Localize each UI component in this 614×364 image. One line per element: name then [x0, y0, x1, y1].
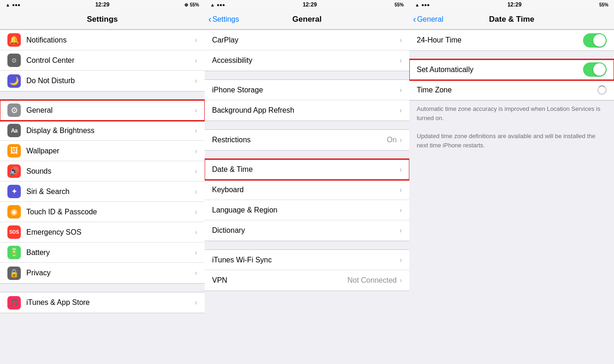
itunes-wifi-label: iTunes Wi-Fi Sync — [212, 256, 400, 264]
row-general[interactable]: ⚙ General › — [0, 100, 205, 121]
notifications-icon: 🔔 — [7, 33, 21, 47]
back-to-settings[interactable]: ‹ Settings — [208, 14, 239, 24]
chevron-restrictions: › — [400, 136, 402, 144]
status-right-2: 55% — [395, 2, 404, 7]
row-itunes[interactable]: 🎵 iTunes & App Store › — [0, 292, 205, 313]
section-24hour: 24-Hour Time — [409, 30, 614, 51]
row-bg-refresh[interactable]: Background App Refresh › — [205, 100, 409, 121]
section-storage: iPhone Storage › Background App Refresh … — [205, 79, 409, 121]
itunes-label: iTunes & App Store — [26, 298, 195, 307]
row-language[interactable]: Language & Region › — [205, 200, 409, 220]
chevron-siri: › — [195, 188, 197, 196]
general-panel: ▲ ●●● 12:29 55% ‹ Settings General CarPl… — [205, 0, 409, 364]
back-to-general[interactable]: ‹ General — [413, 14, 444, 24]
vpn-value: Not Connected — [347, 276, 397, 285]
settings-list-1: 🔔 Notifications › ⊙ Control Center › 🌙 D… — [0, 30, 205, 364]
row-notifications[interactable]: 🔔 Notifications › — [0, 30, 205, 50]
row-sos[interactable]: SOS Emergency SOS › — [0, 222, 205, 243]
datetime-panel: ▲ ●●● 12:29 55% ‹ General Date & Time 24… — [409, 0, 614, 364]
sounds-icon: 🔊 — [7, 164, 21, 178]
sounds-label: Sounds — [26, 167, 195, 176]
signal-icon-3: ●●● — [421, 2, 430, 7]
section-general-group: ⚙ General › Aa Display & Brightness › 🖼 … — [0, 100, 205, 284]
section-datetime-group: Date & Time › Keyboard › Language & Regi… — [205, 159, 409, 241]
dictionary-label: Dictionary — [212, 226, 400, 235]
carplay-label: CarPlay — [212, 36, 400, 44]
section-itunes: 🎵 iTunes & App Store › — [0, 292, 205, 313]
status-left-1: ▲ ●●● — [6, 2, 20, 7]
chevron-touchid: › — [195, 208, 197, 216]
row-datetime[interactable]: Date & Time › — [205, 159, 409, 180]
siri-icon: ✦ — [7, 185, 21, 198]
toggle-24hour[interactable] — [583, 33, 607, 48]
chevron-carplay: › — [400, 36, 402, 44]
row-keyboard[interactable]: Keyboard › — [205, 180, 409, 200]
row-set-automatically[interactable]: Set Automatically — [409, 60, 614, 80]
battery-label: Battery — [26, 249, 195, 257]
section-restrictions: Restrictions On › — [205, 129, 409, 151]
row-itunes-wifi[interactable]: iTunes Wi-Fi Sync › — [205, 250, 409, 270]
general-list: CarPlay › Accessibility › iPhone Storage… — [205, 30, 409, 364]
location-icon: ⊕ — [184, 2, 188, 7]
bg-refresh-label: Background App Refresh — [212, 106, 400, 115]
row-dictionary[interactable]: Dictionary › — [205, 220, 409, 241]
row-vpn[interactable]: VPN Not Connected › — [205, 270, 409, 291]
row-battery[interactable]: 🔋 Battery › — [0, 243, 205, 263]
privacy-icon: 🔒 — [7, 267, 21, 280]
status-right-3: 55% — [599, 2, 608, 7]
nav-title-3: Date & Time — [489, 15, 535, 24]
chevron-cc: › — [195, 56, 197, 65]
row-accessibility[interactable]: Accessibility › — [205, 50, 409, 71]
section-set-auto: Set Automatically Time Zone — [409, 59, 614, 101]
signal-icon: ●●● — [12, 2, 20, 7]
chevron-dictionary: › — [400, 226, 402, 235]
general-label: General — [26, 106, 195, 115]
accessibility-label: Accessibility — [212, 56, 400, 65]
sos-icon: SOS — [7, 225, 21, 239]
row-iphone-storage[interactable]: iPhone Storage › — [205, 80, 409, 100]
battery-1: 55% — [190, 2, 199, 7]
row-siri[interactable]: ✦ Siri & Search › — [0, 182, 205, 202]
dnd-label: Do Not Disturb — [26, 77, 195, 85]
wifi-icon: ▲ — [6, 2, 10, 7]
iphone-storage-label: iPhone Storage — [212, 86, 400, 94]
battery-pct-2: 55% — [395, 2, 404, 7]
touchid-label: Touch ID & Passcode — [26, 208, 195, 216]
row-touchid[interactable]: ◉ Touch ID & Passcode › — [0, 202, 205, 222]
row-control-center[interactable]: ⊙ Control Center › — [0, 50, 205, 71]
row-dnd[interactable]: 🌙 Do Not Disturb › — [0, 71, 205, 91]
row-display[interactable]: Aa Display & Brightness › — [0, 121, 205, 141]
display-icon: Aa — [7, 124, 21, 137]
24hour-label: 24-Hour Time — [417, 36, 583, 44]
chevron-battery: › — [195, 249, 197, 257]
restrictions-value: On — [387, 136, 396, 144]
sos-label: Emergency SOS — [26, 228, 195, 237]
chevron-language: › — [400, 206, 402, 214]
nav-title-2: General — [292, 15, 322, 24]
chevron-itunes: › — [195, 298, 197, 307]
back-chevron-3: ‹ — [413, 14, 416, 24]
chevron-general: › — [195, 106, 197, 115]
toggle-set-auto[interactable] — [583, 62, 607, 77]
row-sounds[interactable]: 🔊 Sounds › — [0, 161, 205, 182]
chevron-keyboard: › — [400, 186, 402, 194]
row-timezone[interactable]: Time Zone — [409, 80, 614, 100]
chevron-itunes-wifi: › — [400, 256, 402, 264]
chevron-storage: › — [400, 86, 402, 94]
row-restrictions[interactable]: Restrictions On › — [205, 130, 409, 150]
itunes-icon: 🎵 — [7, 296, 21, 309]
chevron-accessibility: › — [400, 56, 402, 65]
siri-label: Siri & Search — [26, 188, 195, 196]
info-text-2: Updated time zone definitions are availa… — [409, 128, 614, 155]
chevron-wallpaper: › — [195, 147, 197, 155]
row-privacy[interactable]: 🔒 Privacy › — [0, 263, 205, 283]
row-wallpaper[interactable]: 🖼 Wallpaper › — [0, 141, 205, 161]
general-icon: ⚙ — [7, 103, 21, 117]
dnd-icon: 🌙 — [7, 74, 21, 88]
signal-icon-2: ●●● — [217, 2, 225, 7]
back-label-2: Settings — [213, 15, 239, 24]
row-carplay[interactable]: CarPlay › — [205, 30, 409, 50]
datetime-list: 24-Hour Time Set Automatically Time Zone… — [409, 30, 614, 364]
wallpaper-icon: 🖼 — [7, 144, 21, 158]
row-24hour[interactable]: 24-Hour Time — [409, 30, 614, 50]
